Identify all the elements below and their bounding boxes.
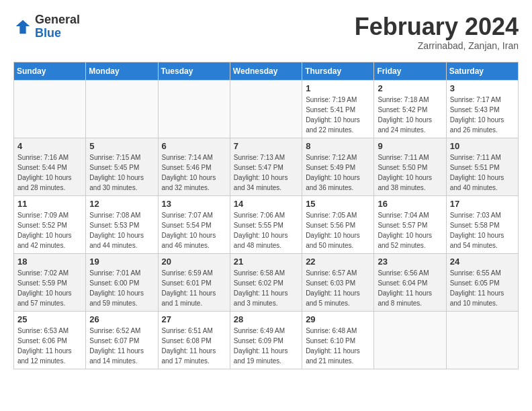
weekday-header-saturday: Saturday	[446, 62, 518, 80]
calendar-day-cell	[86, 80, 158, 138]
day-number: 14	[234, 199, 298, 209]
weekday-header-tuesday: Tuesday	[158, 62, 230, 80]
day-info: Sunrise: 7:18 AMSunset: 5:42 PMDaylight:…	[378, 95, 442, 135]
calendar-day-cell: 4Sunrise: 7:16 AMSunset: 5:44 PMDaylight…	[14, 138, 86, 195]
day-number: 13	[162, 199, 226, 209]
location-subtitle: Zarrinabad, Zanjan, Iran	[355, 40, 519, 51]
day-info: Sunrise: 6:59 AMSunset: 6:01 PMDaylight:…	[162, 268, 226, 308]
calendar-day-cell	[230, 80, 302, 138]
day-info: Sunrise: 6:57 AMSunset: 6:03 PMDaylight:…	[306, 268, 370, 308]
weekday-header-wednesday: Wednesday	[230, 62, 302, 80]
day-number: 21	[234, 257, 298, 267]
day-number: 9	[378, 141, 442, 151]
day-number: 5	[89, 141, 154, 151]
day-number: 22	[306, 257, 370, 267]
day-number: 7	[234, 141, 298, 151]
day-number: 19	[89, 257, 154, 267]
day-info: Sunrise: 7:19 AMSunset: 5:41 PMDaylight:…	[306, 95, 370, 135]
day-info: Sunrise: 7:14 AMSunset: 5:46 PMDaylight:…	[162, 152, 226, 193]
weekday-header-monday: Monday	[86, 62, 158, 80]
calendar-table: SundayMondayTuesdayWednesdayThursdayFrid…	[13, 62, 519, 369]
day-info: Sunrise: 7:05 AMSunset: 5:56 PMDaylight:…	[306, 210, 370, 250]
day-number: 26	[89, 314, 154, 324]
day-info: Sunrise: 7:11 AMSunset: 5:50 PMDaylight:…	[378, 152, 442, 193]
calendar-day-cell: 17Sunrise: 7:03 AMSunset: 5:58 PMDayligh…	[446, 195, 518, 253]
calendar-day-cell: 24Sunrise: 6:55 AMSunset: 6:05 PMDayligh…	[446, 253, 518, 311]
day-info: Sunrise: 7:08 AMSunset: 5:53 PMDaylight:…	[89, 210, 154, 250]
calendar-day-cell: 10Sunrise: 7:11 AMSunset: 5:51 PMDayligh…	[446, 138, 518, 195]
day-info: Sunrise: 7:09 AMSunset: 5:52 PMDaylight:…	[17, 210, 82, 250]
day-info: Sunrise: 7:02 AMSunset: 5:59 PMDaylight:…	[17, 268, 82, 308]
day-number: 3	[450, 83, 515, 93]
logo-text: General Blue	[35, 13, 80, 40]
logo: General Blue	[13, 13, 80, 40]
day-number: 12	[89, 199, 154, 209]
calendar-day-cell: 14Sunrise: 7:06 AMSunset: 5:55 PMDayligh…	[230, 195, 302, 253]
calendar-day-cell: 15Sunrise: 7:05 AMSunset: 5:56 PMDayligh…	[302, 195, 374, 253]
day-info: Sunrise: 7:13 AMSunset: 5:47 PMDaylight:…	[234, 152, 298, 193]
day-number: 18	[17, 257, 82, 267]
day-info: Sunrise: 6:58 AMSunset: 6:02 PMDaylight:…	[234, 268, 298, 308]
day-number: 29	[306, 314, 370, 324]
day-info: Sunrise: 7:12 AMSunset: 5:49 PMDaylight:…	[306, 152, 370, 193]
day-number: 27	[162, 314, 226, 324]
day-number: 17	[450, 199, 515, 209]
day-info: Sunrise: 7:17 AMSunset: 5:43 PMDaylight:…	[450, 95, 515, 135]
day-info: Sunrise: 7:07 AMSunset: 5:54 PMDaylight:…	[162, 210, 226, 250]
calendar-day-cell: 7Sunrise: 7:13 AMSunset: 5:47 PMDaylight…	[230, 138, 302, 195]
weekday-header-friday: Friday	[374, 62, 446, 80]
header: General Blue February 2024 Zarrinabad, Z…	[13, 13, 519, 51]
day-info: Sunrise: 7:01 AMSunset: 6:00 PMDaylight:…	[89, 268, 154, 308]
day-info: Sunrise: 6:51 AMSunset: 6:08 PMDaylight:…	[162, 326, 226, 366]
calendar-day-cell: 18Sunrise: 7:02 AMSunset: 5:59 PMDayligh…	[14, 253, 86, 311]
calendar-week-row: 1Sunrise: 7:19 AMSunset: 5:41 PMDaylight…	[14, 80, 519, 138]
calendar-week-row: 4Sunrise: 7:16 AMSunset: 5:44 PMDaylight…	[14, 138, 519, 195]
day-info: Sunrise: 6:53 AMSunset: 6:06 PMDaylight:…	[17, 326, 82, 366]
calendar-week-row: 11Sunrise: 7:09 AMSunset: 5:52 PMDayligh…	[14, 195, 519, 253]
calendar-day-cell: 22Sunrise: 6:57 AMSunset: 6:03 PMDayligh…	[302, 253, 374, 311]
day-number: 4	[17, 141, 82, 151]
calendar-day-cell: 8Sunrise: 7:12 AMSunset: 5:49 PMDaylight…	[302, 138, 374, 195]
day-number: 25	[17, 314, 82, 324]
day-number: 23	[378, 257, 442, 267]
calendar-day-cell: 2Sunrise: 7:18 AMSunset: 5:42 PMDaylight…	[374, 80, 446, 138]
calendar-day-cell: 19Sunrise: 7:01 AMSunset: 6:00 PMDayligh…	[86, 253, 158, 311]
calendar-day-cell: 5Sunrise: 7:15 AMSunset: 5:45 PMDaylight…	[86, 138, 158, 195]
calendar-day-cell: 1Sunrise: 7:19 AMSunset: 5:41 PMDaylight…	[302, 80, 374, 138]
calendar-week-row: 18Sunrise: 7:02 AMSunset: 5:59 PMDayligh…	[14, 253, 519, 311]
day-number: 2	[378, 83, 442, 93]
weekday-header-sunday: Sunday	[14, 62, 86, 80]
calendar-day-cell: 20Sunrise: 6:59 AMSunset: 6:01 PMDayligh…	[158, 253, 230, 311]
calendar-day-cell: 23Sunrise: 6:56 AMSunset: 6:04 PMDayligh…	[374, 253, 446, 311]
weekday-header-row: SundayMondayTuesdayWednesdayThursdayFrid…	[14, 62, 519, 80]
calendar-day-cell: 27Sunrise: 6:51 AMSunset: 6:08 PMDayligh…	[158, 311, 230, 369]
day-number: 16	[378, 199, 442, 209]
day-info: Sunrise: 6:48 AMSunset: 6:10 PMDaylight:…	[306, 326, 370, 366]
calendar-day-cell: 16Sunrise: 7:04 AMSunset: 5:57 PMDayligh…	[374, 195, 446, 253]
calendar-day-cell	[374, 311, 446, 369]
day-number: 11	[17, 199, 82, 209]
calendar-day-cell: 21Sunrise: 6:58 AMSunset: 6:02 PMDayligh…	[230, 253, 302, 311]
day-number: 1	[306, 83, 370, 93]
calendar-day-cell	[158, 80, 230, 138]
month-title: February 2024	[355, 13, 519, 40]
day-info: Sunrise: 7:15 AMSunset: 5:45 PMDaylight:…	[89, 152, 154, 193]
day-info: Sunrise: 7:16 AMSunset: 5:44 PMDaylight:…	[17, 152, 82, 193]
day-info: Sunrise: 7:03 AMSunset: 5:58 PMDaylight:…	[450, 210, 515, 250]
day-number: 20	[162, 257, 226, 267]
calendar-day-cell: 9Sunrise: 7:11 AMSunset: 5:50 PMDaylight…	[374, 138, 446, 195]
calendar-day-cell: 28Sunrise: 6:49 AMSunset: 6:09 PMDayligh…	[230, 311, 302, 369]
calendar-day-cell: 12Sunrise: 7:08 AMSunset: 5:53 PMDayligh…	[86, 195, 158, 253]
calendar-week-row: 25Sunrise: 6:53 AMSunset: 6:06 PMDayligh…	[14, 311, 519, 369]
calendar-day-cell: 3Sunrise: 7:17 AMSunset: 5:43 PMDaylight…	[446, 80, 518, 138]
day-number: 24	[450, 257, 515, 267]
svg-marker-0	[16, 20, 30, 34]
calendar-day-cell: 11Sunrise: 7:09 AMSunset: 5:52 PMDayligh…	[14, 195, 86, 253]
title-area: February 2024 Zarrinabad, Zanjan, Iran	[355, 13, 519, 51]
day-info: Sunrise: 7:11 AMSunset: 5:51 PMDaylight:…	[450, 152, 515, 193]
day-number: 28	[234, 314, 298, 324]
calendar-day-cell: 25Sunrise: 6:53 AMSunset: 6:06 PMDayligh…	[14, 311, 86, 369]
logo-icon	[13, 17, 32, 36]
day-number: 6	[162, 141, 226, 151]
day-info: Sunrise: 6:56 AMSunset: 6:04 PMDaylight:…	[378, 268, 442, 308]
